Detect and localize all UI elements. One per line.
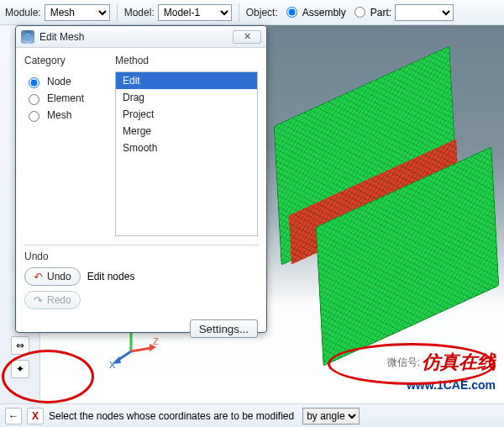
module-label: Module: <box>5 7 41 18</box>
category-node-radio[interactable] <box>29 77 39 88</box>
method-smooth[interactable]: Smooth <box>116 140 257 156</box>
undo-arrow-icon: ↶ <box>34 271 43 283</box>
category-radiogroup: Node Element Mesh <box>24 71 105 125</box>
prompt-cancel-button[interactable]: X <box>27 408 44 424</box>
method-merge[interactable]: Merge <box>116 123 257 140</box>
close-icon: X <box>32 410 39 422</box>
redo-arrow-icon: ↷ <box>34 294 43 307</box>
category-element-radio[interactable] <box>29 94 39 105</box>
undo-description: Edit nodes <box>87 271 135 282</box>
settings-button[interactable]: Settings... <box>190 319 258 338</box>
undo-heading: Undo <box>24 250 258 262</box>
category-node[interactable]: Node <box>24 75 105 88</box>
object-part-label: Part: <box>370 7 391 18</box>
module-dropdown[interactable]: Mesh <box>45 4 110 21</box>
svg-line-2 <box>131 348 151 351</box>
edit-mesh-tool-icon[interactable]: ✦ <box>11 360 29 378</box>
method-listbox[interactable]: Edit Drag Project Merge Smooth <box>115 71 258 236</box>
category-heading: Category <box>24 55 105 66</box>
method-drag[interactable]: Drag <box>116 89 257 106</box>
svg-line-4 <box>116 351 131 361</box>
close-icon: ✕ <box>244 31 251 42</box>
watermark-red: 仿真在线 <box>422 350 496 375</box>
dialog-titlebar[interactable]: Edit Mesh ✕ <box>16 26 266 48</box>
edit-mesh-dialog: Edit Mesh ✕ Category Node Element Mesh M… <box>15 25 267 333</box>
category-node-label: Node <box>47 76 71 87</box>
wechat-label: 微信号: <box>387 356 420 370</box>
separator <box>117 3 118 22</box>
category-mesh-label: Mesh <box>47 109 71 121</box>
redo-button: ↷ Redo <box>24 291 81 309</box>
edit-mesh-icon <box>21 30 34 44</box>
undo-button-label: Undo <box>47 271 71 282</box>
undo-button[interactable]: ↶ Undo <box>24 267 81 286</box>
category-mesh[interactable]: Mesh <box>24 108 105 122</box>
context-toolbar: Module: Mesh Model: Model-1 Object: Asse… <box>0 0 504 25</box>
redo-button-label: Redo <box>47 294 71 306</box>
category-element[interactable]: Element <box>24 92 105 105</box>
object-assembly-radio[interactable] <box>286 7 297 18</box>
model-dropdown[interactable]: Model-1 <box>158 4 232 21</box>
method-heading: Method <box>115 55 258 66</box>
divider <box>24 245 258 245</box>
prompt-bar: ← X Select the nodes whose coordinates a… <box>0 403 504 427</box>
separator <box>239 3 239 22</box>
svg-text:X: X <box>109 360 116 370</box>
category-element-label: Element <box>47 92 84 104</box>
svg-marker-5 <box>113 356 121 364</box>
dialog-title: Edit Mesh <box>39 31 233 43</box>
object-assembly-label: Assembly <box>302 7 346 18</box>
part-dropdown[interactable] <box>395 4 454 21</box>
prompt-back-button[interactable]: ← <box>5 408 22 424</box>
object-part-radio[interactable] <box>354 7 365 18</box>
method-project[interactable]: Project <box>116 106 257 123</box>
svg-marker-3 <box>150 344 156 351</box>
model-label: Model: <box>124 7 155 18</box>
arrow-left-icon: ← <box>8 410 18 422</box>
object-label: Object: <box>246 7 278 18</box>
prompt-text: Select the nodes whose coordinates are t… <box>49 410 294 422</box>
selection-mode-dropdown[interactable]: by angle <box>302 408 360 424</box>
dialog-close-button[interactable]: ✕ <box>233 30 261 44</box>
category-mesh-radio[interactable] <box>29 111 39 122</box>
method-edit[interactable]: Edit <box>116 72 257 89</box>
watermark-url: www.1CAE.com <box>407 378 496 392</box>
